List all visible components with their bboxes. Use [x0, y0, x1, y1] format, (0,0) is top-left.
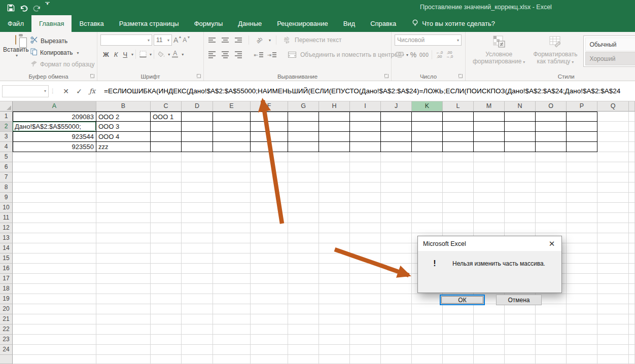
row-header-19[interactable]: 19	[0, 294, 13, 304]
cell-O21[interactable]	[536, 314, 567, 324]
number-format-combo[interactable]: Числовой▾	[395, 34, 462, 46]
cell-Q5[interactable]	[597, 152, 629, 162]
cell-A13[interactable]	[13, 233, 96, 243]
cell-I22[interactable]	[350, 324, 381, 335]
cell-A19[interactable]	[13, 294, 96, 304]
cell-A11[interactable]	[13, 213, 96, 223]
orientation-dropdown-icon[interactable]: ▾	[269, 38, 271, 43]
cell-A21[interactable]	[13, 314, 96, 324]
cell-E1[interactable]	[213, 112, 251, 122]
cell-I5[interactable]	[350, 152, 381, 162]
cell-J14[interactable]	[381, 243, 412, 253]
format-as-table-button[interactable]: Форматироватькак таблицу▾	[529, 34, 581, 70]
cell-I1[interactable]	[350, 112, 381, 122]
cell-J6[interactable]	[381, 162, 412, 172]
cell-E3[interactable]	[213, 132, 251, 142]
copy-dropdown-icon[interactable]: ▾	[77, 51, 79, 55]
merge-center-button[interactable]: Объединить и поместить в центре	[300, 51, 398, 58]
cell-Q23[interactable]	[597, 335, 629, 345]
row-header-20[interactable]: 20	[0, 304, 13, 314]
cell-D7[interactable]	[182, 172, 213, 183]
formula-input[interactable]: =ЕСЛИОШИБКА(ИНДЕКС(Дано!$A$2:$A$55000;НА…	[104, 87, 635, 95]
cell-M6[interactable]	[474, 162, 505, 172]
row-header-9[interactable]: 9	[0, 193, 13, 203]
cell-C22[interactable]	[151, 324, 182, 335]
cell-P9[interactable]	[567, 193, 597, 203]
cell-H13[interactable]	[319, 233, 350, 243]
column-header-G[interactable]: G	[288, 101, 319, 112]
cell-O1[interactable]	[536, 112, 567, 122]
cell-Q20[interactable]	[597, 304, 629, 314]
cell-M10[interactable]	[474, 203, 505, 213]
cell-B20[interactable]	[96, 304, 151, 314]
cell-B10[interactable]	[96, 203, 151, 213]
row-header-3[interactable]: 3	[0, 132, 13, 142]
cell-C9[interactable]	[151, 193, 182, 203]
cell-J10[interactable]	[381, 203, 412, 213]
column-header-F[interactable]: F	[251, 101, 288, 112]
cell-F19[interactable]	[251, 294, 288, 304]
tab-Данные[interactable]: Данные	[230, 15, 269, 32]
cell-F8[interactable]	[251, 183, 288, 193]
cell-Q18[interactable]	[597, 284, 629, 294]
font-color-dropdown-icon[interactable]: ▾	[182, 52, 184, 57]
cell-I7[interactable]	[350, 172, 381, 183]
cell-A24[interactable]	[13, 345, 96, 355]
row-header-4[interactable]: 4	[0, 142, 13, 152]
cell-H11[interactable]	[319, 213, 350, 223]
cell-A15[interactable]	[13, 253, 96, 264]
cell-H18[interactable]	[319, 284, 350, 294]
cell-P11[interactable]	[567, 213, 597, 223]
cell-H16[interactable]	[319, 264, 350, 274]
cell-M5[interactable]	[474, 152, 505, 162]
cell-Q10[interactable]	[597, 203, 629, 213]
cell-Q4[interactable]	[597, 142, 629, 152]
cell-F2[interactable]	[251, 122, 288, 132]
row-header-22[interactable]: 22	[0, 324, 13, 335]
cell-G4[interactable]	[288, 142, 319, 152]
cell-G20[interactable]	[288, 304, 319, 314]
cell-N2[interactable]	[505, 122, 536, 132]
cell-L6[interactable]	[443, 162, 474, 172]
cell-N12[interactable]	[505, 223, 536, 233]
column-header-N[interactable]: N	[505, 101, 536, 112]
cell-J16[interactable]	[381, 264, 412, 274]
cell-G14[interactable]	[288, 243, 319, 253]
cell-E24[interactable]	[213, 345, 251, 355]
cell-O2[interactable]	[536, 122, 567, 132]
cell-G12[interactable]	[288, 223, 319, 233]
tab-Справка[interactable]: Справка	[363, 15, 404, 32]
cell-N21[interactable]	[505, 314, 536, 324]
cell-B2[interactable]: ООО 3	[96, 122, 151, 132]
style-tile-3[interactable]: Хороший	[585, 52, 635, 65]
tab-Вставка[interactable]: Вставка	[72, 15, 111, 32]
cell-Q7[interactable]	[597, 172, 629, 183]
cell-G22[interactable]	[288, 324, 319, 335]
cell-E8[interactable]	[213, 183, 251, 193]
cell-J20[interactable]	[381, 304, 412, 314]
cell-H9[interactable]	[319, 193, 350, 203]
cell-D9[interactable]	[182, 193, 213, 203]
cell-Q17[interactable]	[597, 274, 629, 284]
tab-Рецензирование[interactable]: Рецензирование	[269, 15, 335, 32]
cell-B19[interactable]	[96, 294, 151, 304]
cell-F11[interactable]	[251, 213, 288, 223]
cell-H3[interactable]	[319, 132, 350, 142]
cell-I14[interactable]	[350, 243, 381, 253]
cell-N11[interactable]	[505, 213, 536, 223]
borders-button[interactable]	[138, 49, 148, 60]
cell-H10[interactable]	[319, 203, 350, 213]
cell-L21[interactable]	[443, 314, 474, 324]
cell-G9[interactable]	[288, 193, 319, 203]
cell-B23[interactable]	[96, 335, 151, 345]
cell-B22[interactable]	[96, 324, 151, 335]
cell-E5[interactable]	[213, 152, 251, 162]
cell-N24[interactable]	[505, 345, 536, 355]
cell-J19[interactable]	[381, 294, 412, 304]
cell-P1[interactable]	[567, 112, 597, 122]
cell-O3[interactable]	[536, 132, 567, 142]
cell-O4[interactable]	[536, 142, 567, 152]
column-header-L[interactable]: L	[443, 101, 474, 112]
cell-D2[interactable]	[182, 122, 213, 132]
copy-button[interactable]: Копировать ▾	[29, 47, 96, 58]
